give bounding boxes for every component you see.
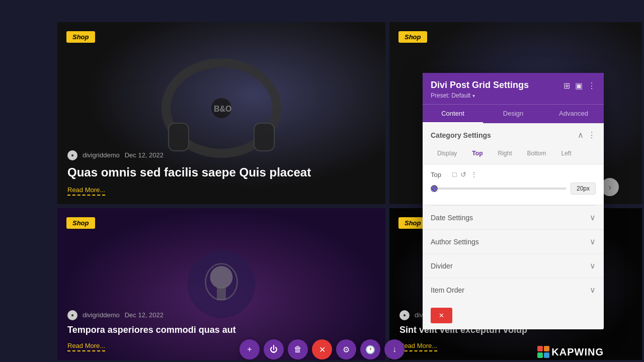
svg-rect-10 <box>217 287 226 300</box>
toolbar-power-btn[interactable]: ⏻ <box>264 339 284 359</box>
panel-title: Divi Post Grid Settings <box>431 80 529 90</box>
panel-header: Divi Post Grid Settings Preset: Default … <box>423 73 604 104</box>
kapwing-logo: KAPWING <box>537 346 604 358</box>
slider-thumb[interactable] <box>431 185 438 192</box>
divider-section[interactable]: Divider ∨ <box>423 254 604 278</box>
sub-tabs: Display Top Right Bottom Left <box>423 147 604 164</box>
author-settings-section[interactable]: Author Settings ∨ <box>423 230 604 254</box>
post-date-1: Dec 12, 2022 <box>125 151 164 159</box>
shop-badge-2: Shop <box>66 217 95 229</box>
kapwing-text: KAPWING <box>551 346 604 358</box>
top-property-label: Top <box>431 171 448 178</box>
post-title-2: Tempora asperiores commodi quas aut <box>67 324 375 336</box>
post-card-large[interactable]: B&O Shop ● divigriddemo Dec 12, 2022 Qua… <box>57 22 385 204</box>
panel-tabs: Content Design Advanced <box>423 104 604 123</box>
post-meta-1: ● divigriddemo Dec 12, 2022 <box>67 150 375 160</box>
read-more-1[interactable]: Read More... <box>67 186 105 196</box>
toolbar-down-btn[interactable]: ↓ <box>384 339 405 359</box>
chevron-up-icon[interactable]: ∧ <box>578 130 584 140</box>
toolbar-add-btn[interactable]: + <box>239 339 260 359</box>
item-order-section[interactable]: Item Order ∨ <box>423 278 604 302</box>
shop-badge-right: Shop <box>398 31 427 43</box>
svg-rect-2 <box>254 123 274 151</box>
top-property-section: Top □ ↺ ⋮ 20px <box>423 164 604 205</box>
panel-header-icons: ⊞ ▣ ⋮ <box>564 81 596 90</box>
author-avatar-1: ● <box>67 150 77 160</box>
kapwing-squares <box>537 346 549 358</box>
kapwing-watermark: KAPWING <box>537 346 604 358</box>
layout-icon[interactable]: ▣ <box>575 81 583 90</box>
divider-chevron-icon[interactable]: ∨ <box>590 261 596 270</box>
divider-title: Divider <box>431 262 453 270</box>
subtab-display[interactable]: Display <box>431 147 463 160</box>
cancel-button[interactable]: ✕ <box>431 308 452 323</box>
sq-red <box>537 346 543 351</box>
panel-body: Category Settings ∧ ⋮ Display Top Right … <box>423 123 604 329</box>
svg-text:B&O: B&O <box>214 105 232 113</box>
author-avatar-3: ● <box>399 310 410 320</box>
toolbar-settings-btn[interactable]: ⚙ <box>336 339 356 359</box>
item-order-chevron-icon[interactable]: ∨ <box>590 285 596 295</box>
author-chevron-icon[interactable]: ∨ <box>590 237 596 246</box>
category-settings-header[interactable]: Category Settings ∧ ⋮ <box>423 123 604 147</box>
section-more-icon[interactable]: ⋮ <box>588 130 596 140</box>
toolbar-close-btn[interactable]: ✕ <box>312 339 332 359</box>
post-title-1: Quas omnis sed facilis saepe Quis placea… <box>67 164 375 180</box>
post-date-2: Dec 12, 2022 <box>125 311 164 319</box>
post-content-1: ● divigriddemo Dec 12, 2022 Quas omnis s… <box>67 150 375 194</box>
subtab-bottom[interactable]: Bottom <box>520 147 552 160</box>
sq-green <box>537 352 543 358</box>
author-avatar-2: ● <box>67 310 77 320</box>
property-more-icon[interactable]: ⋮ <box>470 170 477 178</box>
tab-advanced[interactable]: Advanced <box>543 105 604 123</box>
svg-rect-1 <box>169 123 189 151</box>
preset-arrow-icon: ▾ <box>472 93 475 99</box>
date-settings-title: Date Settings <box>431 214 473 222</box>
post-meta-2: ● divigriddemo Dec 12, 2022 <box>67 310 375 320</box>
subtab-right[interactable]: Right <box>491 147 518 160</box>
svg-point-9 <box>210 266 233 289</box>
reset-icon[interactable]: ↺ <box>460 170 466 178</box>
sq-orange <box>544 346 549 351</box>
slider-row: 20px <box>431 183 596 195</box>
sq-blue <box>544 352 549 358</box>
date-settings-section[interactable]: Date Settings ∨ <box>423 206 604 230</box>
settings-panel: Divi Post Grid Settings Preset: Default … <box>423 73 604 329</box>
shop-badge-1: Shop <box>66 31 95 43</box>
top-value[interactable]: 20px <box>571 183 596 195</box>
top-property-row: Top □ ↺ ⋮ <box>431 170 596 178</box>
top-slider[interactable] <box>431 188 567 190</box>
author-settings-title: Author Settings <box>431 238 479 246</box>
category-settings-title: Category Settings <box>431 131 491 139</box>
tab-design[interactable]: Design <box>483 105 543 123</box>
date-chevron-icon[interactable]: ∨ <box>590 213 596 222</box>
more-icon[interactable]: ⋮ <box>588 81 596 90</box>
subtab-left[interactable]: Left <box>555 147 578 160</box>
panel-preset[interactable]: Preset: Default ▾ <box>431 92 529 99</box>
subtab-top[interactable]: Top <box>465 147 489 160</box>
toolbar-delete-btn[interactable]: 🗑 <box>288 339 308 359</box>
item-order-title: Item Order <box>431 286 464 294</box>
expand-icon[interactable]: ⊞ <box>564 81 570 90</box>
section-controls-category: ∧ ⋮ <box>578 130 596 140</box>
author-name-1: divigriddemo <box>83 151 120 159</box>
link-icon[interactable]: □ <box>452 170 456 178</box>
author-name-2: divigriddemo <box>83 311 120 319</box>
tab-content[interactable]: Content <box>423 105 483 123</box>
cancel-icon: ✕ <box>439 312 444 319</box>
toolbar-history-btn[interactable]: 🕐 <box>360 339 380 359</box>
